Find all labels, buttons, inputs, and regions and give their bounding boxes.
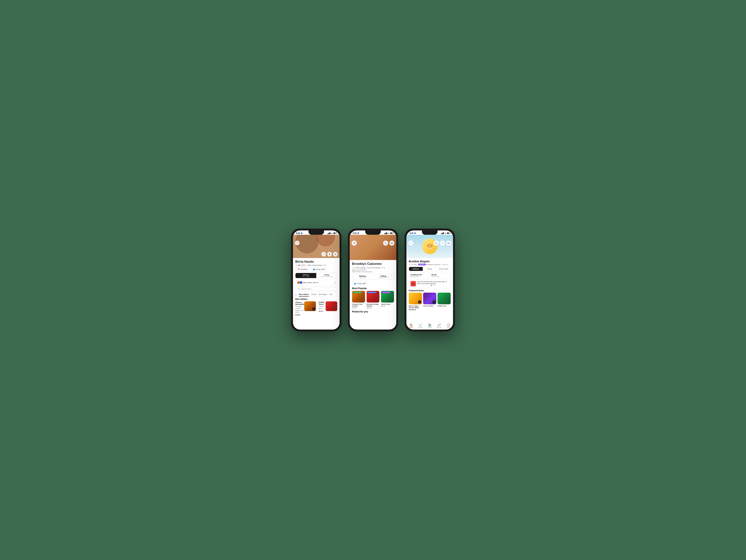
delivery-fee-label: £0 delivery fee: [410, 274, 428, 276]
more-button[interactable]: ⊙: [333, 252, 338, 256]
review-count: (132): [301, 264, 305, 266]
popular-item-3-price: £8.79: [381, 305, 394, 307]
featured-item-3[interactable]: Potato Fries: [437, 292, 451, 311]
nav-retail[interactable]: 🏪 Retail: [425, 323, 434, 328]
picked-for-you-title: Picked for you: [350, 309, 396, 314]
featured-item-1[interactable]: + Bacon, Egg & Cheese Bagel Sandwich: [409, 292, 422, 311]
add-featured-2-button[interactable]: +: [432, 300, 435, 304]
add-featured-1-button[interactable]: +: [418, 300, 421, 304]
nav-home[interactable]: 🏠 Home: [406, 323, 416, 328]
nav-retail-label: Retail: [428, 327, 431, 328]
phone-2-status-dot: [357, 232, 359, 234]
back-button[interactable]: ˅: [295, 241, 299, 245]
restaurant-name: Birria Hands: [295, 260, 337, 263]
featured-title: Featured Items: [406, 289, 453, 292]
delivery-tab-2[interactable]: Delivery 20-35 min: [352, 274, 373, 280]
info-icon[interactable]: ℹ: [335, 282, 336, 284]
rating: 4.5: [298, 264, 300, 266]
search-btn-3[interactable]: 🔍: [434, 241, 439, 246]
featured-item-1-img: +: [409, 292, 422, 304]
menu-item-1: Cheese Quesadilla shredded cheddar chees…: [293, 301, 316, 316]
wifi-icon-2: ▲: [388, 232, 390, 234]
group-icon-2: 👥: [354, 282, 356, 284]
signal-icon-2: [384, 232, 387, 234]
delivery-time-2: 20-35 min: [354, 277, 371, 278]
tab-sides[interactable]: Sid...: [329, 292, 334, 297]
delivery-tabs: Delivery Out of range Pickup 3.99 mi • 2…: [295, 273, 337, 278]
schedule-button[interactable]: ⏰ Schedule: [295, 268, 310, 271]
tab-beverages[interactable]: Beverages: [319, 292, 327, 297]
popular-item-2[interactable]: #2 most liked Brooklyn Bridge Calzone £1…: [367, 291, 380, 309]
nav-browse[interactable]: 🔎 Browse: [434, 323, 444, 328]
group-order-btn-2[interactable]: 👥 Group order: [352, 282, 368, 285]
phone-2-time: 9:41: [353, 232, 357, 234]
popular-item-3[interactable]: #3 most liked Garlic Knots £8.79: [381, 291, 394, 309]
wifi-icon: ▲: [331, 232, 333, 234]
more-btn-3[interactable]: •••: [446, 241, 451, 246]
nav-home-label: Home: [409, 327, 413, 328]
most-popular-title: Most Popular: [350, 287, 396, 291]
menu-item-2: Grilled Tacos chicken, bacon... 13.79: [316, 301, 340, 316]
phone-2-hours: Open until 10:30 PM Tap for hours, info,…: [352, 269, 394, 273]
pickup-tab[interactable]: Pickup 3.99 mi • 20-30 min: [316, 273, 337, 278]
popular-item-1[interactable]: #1 most liked Prospect Park Calzone £14.…: [352, 291, 365, 309]
list-icon-tab[interactable]: ≡: [295, 292, 296, 297]
featured-item-2-img: +: [423, 292, 436, 304]
featured-item-3-name: Potato Fries: [437, 305, 451, 307]
nav-orders[interactable]: 📋 Orders: [444, 323, 453, 328]
group-order-tab-3[interactable]: Group Order: [437, 267, 451, 271]
phone-2-content: ✕ 🔍 ••• Brooklyn Calzones ★ 4.3 (52 rati…: [350, 235, 396, 330]
pickup-tab-3[interactable]: Pickup: [423, 267, 436, 271]
phone-3-tabs: Delivery Pickup Group Order: [409, 267, 451, 271]
group-order-button[interactable]: 👥 Group order: [311, 268, 327, 271]
cuisine-2: Lunch and Dinner: [367, 267, 380, 269]
delivery-tab-3[interactable]: Delivery: [409, 267, 423, 271]
featured-item-3-img: [437, 292, 451, 304]
tab-bestsellers[interactable]: Best Sellers: [299, 292, 309, 297]
pickup-label-2: Pickup: [375, 275, 392, 277]
promo-icon: ⊕: [324, 264, 326, 266]
featured-item-1-name: Bacon, Egg & Cheese Bagel Sandwich: [409, 305, 422, 311]
phone-3-content: 🥯 ← 🔍 ♡ ••• Brekkie Bagels: [406, 235, 453, 330]
featured-item-2[interactable]: + Cup of Coffee: [423, 292, 436, 311]
favorite-button[interactable]: ♡: [321, 252, 326, 256]
phone-3-notch: [422, 230, 437, 235]
phone-3-delivery-info: £0 delivery fee pricing & fees 26 min de…: [409, 273, 451, 278]
phone-1-status-dot: [301, 232, 302, 234]
group-icon: 👥: [313, 268, 315, 270]
popular-item-1-price: £14.39: [352, 307, 365, 309]
item-2-price: 13.79: [319, 310, 326, 312]
phone-2-status-icons: ▲: [384, 232, 393, 234]
phone-1-screen: 9:41 ▲: [293, 230, 340, 330]
battery-icon-3: [447, 232, 450, 234]
item-1-price: £10.49: [295, 314, 304, 316]
restaurant-name-3: Brekkie Bagels: [409, 260, 451, 263]
item-1-name: Cheese Quesadilla: [295, 301, 304, 305]
share-button[interactable]: ⬆: [327, 252, 332, 256]
favorite-btn-3[interactable]: ♡: [440, 241, 445, 246]
phone-3-meta: ★ 4.6 (39) • DashPass Breakfast Sandwich…: [409, 263, 451, 265]
tab-dinner[interactable]: Dinner: [311, 292, 316, 297]
menu-tabs: ≡ Best Sellers Dinner Beverages Sid...: [293, 292, 340, 297]
item-2-image: [325, 301, 337, 311]
schedule-label: Schedule: [300, 268, 308, 270]
item-1-image: +: [304, 301, 316, 311]
pickup-tab-2[interactable]: Pickup 5-15 min • 9.8 mi: [373, 274, 394, 280]
home-icon: 🏠: [409, 323, 413, 327]
delivery-tab[interactable]: Delivery Out of range: [295, 273, 316, 278]
add-item-1-button[interactable]: +: [312, 307, 315, 310]
search-bar[interactable]: 🔍 Search menu: [295, 287, 337, 291]
reviews-2: (52 ratings): [357, 267, 366, 269]
close-button[interactable]: ✕: [352, 241, 357, 246]
back-btn-3[interactable]: ←: [408, 241, 413, 246]
pickup-label: Pickup: [318, 274, 336, 276]
price-range-2: £: [382, 267, 383, 269]
delivery-label: Delivery: [297, 274, 315, 276]
orders-icon: 📋: [447, 323, 450, 327]
nav-grocery[interactable]: 🛒 Grocery: [416, 323, 425, 328]
promo-bag-icon: 🛍: [410, 281, 416, 286]
item-1-desc: shredded cheddar cheese, flour tortilla.…: [295, 306, 304, 313]
search-button[interactable]: 🔍: [383, 241, 388, 246]
battery-icon-2: [390, 232, 393, 234]
more-options-button[interactable]: •••: [389, 241, 394, 246]
